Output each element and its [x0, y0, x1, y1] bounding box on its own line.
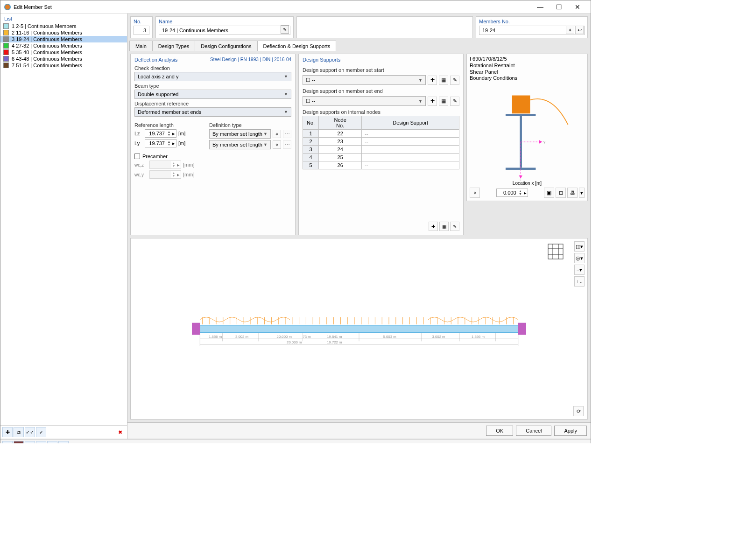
- tab-design-configurations[interactable]: Design Configurations: [195, 41, 257, 51]
- tab-design-types[interactable]: Design Types: [152, 41, 195, 51]
- beam-type-dropdown[interactable]: Double-supported▼: [134, 90, 291, 99]
- minimize-button[interactable]: —: [531, 0, 550, 14]
- member-set-list[interactable]: 1 2-5 | Continuous Members2 11-16 | Cont…: [0, 23, 127, 425]
- list-item[interactable]: 2 11-16 | Continuous Members: [0, 29, 127, 36]
- xsec-view2-icon[interactable]: ⊞: [556, 188, 566, 198]
- support-start-new-icon[interactable]: ✚: [428, 76, 437, 85]
- displacement-ref-dropdown[interactable]: Deformed member set ends▼: [134, 107, 291, 117]
- table-row[interactable]: 324--: [303, 146, 459, 154]
- list-item[interactable]: 1 2-5 | Continuous Members: [0, 23, 127, 29]
- wcy-input: ▲▼▸: [149, 170, 181, 179]
- svg-text:19.722 m: 19.722 m: [327, 341, 342, 345]
- render-view[interactable]: ◫▾ ◎▾ ≡▾ ⟂▾: [130, 238, 588, 420]
- status-fx-icon[interactable]: f꜀: [58, 441, 69, 443]
- support-start-lib-icon[interactable]: ▦: [439, 76, 448, 85]
- list-item[interactable]: 7 51-54 | Continuous Members: [0, 62, 127, 69]
- render-reset-icon[interactable]: ⟳: [573, 406, 584, 416]
- tbl-new-icon[interactable]: ✚: [429, 222, 438, 231]
- xsec-view1-icon[interactable]: ▣: [544, 188, 554, 198]
- svg-rect-0: [512, 95, 530, 113]
- xsec-more-icon[interactable]: ▾: [579, 188, 585, 198]
- reverse-icon[interactable]: ↩: [575, 26, 584, 34]
- cross-section-view: y z: [470, 82, 585, 181]
- new-icon[interactable]: ✚: [2, 427, 13, 437]
- precamber-checkbox[interactable]: Precamber: [134, 154, 291, 159]
- svg-rect-63: [518, 323, 526, 335]
- rview-2-icon[interactable]: ◎▾: [574, 253, 585, 263]
- pick-z-icon[interactable]: ⌖: [273, 130, 281, 138]
- rview-3-icon[interactable]: ≡▾: [574, 265, 585, 275]
- pick-y-icon[interactable]: ⌖: [273, 140, 281, 149]
- table-row[interactable]: 425--: [303, 154, 459, 161]
- support-start-edit-icon[interactable]: ✎: [450, 76, 459, 85]
- check-icon[interactable]: ✓: [36, 427, 46, 437]
- beam-render: 1.856 m 3.002 m 20.000 m 73 m 19.841 m 5…: [131, 238, 587, 419]
- svg-text:1.856 m: 1.856 m: [472, 335, 485, 339]
- support-end-new-icon[interactable]: ✚: [428, 97, 437, 106]
- table-row[interactable]: 526--: [303, 161, 459, 169]
- xsec-print-icon[interactable]: 🖶: [567, 188, 578, 198]
- loc-x-input[interactable]: ▲▼▸: [496, 189, 528, 197]
- apply-button[interactable]: Apply: [554, 426, 587, 436]
- name-input[interactable]: [159, 26, 290, 35]
- support-start-dropdown[interactable]: ☐ --▼: [303, 75, 426, 85]
- svg-text:y: y: [543, 140, 546, 144]
- svg-marker-8: [539, 140, 542, 143]
- rview-4-icon[interactable]: ⟂▾: [574, 276, 585, 287]
- list-item[interactable]: 5 35-40 | Continuous Members: [0, 49, 127, 56]
- wcz-input: ▲▼▸: [149, 161, 181, 169]
- support-end-dropdown[interactable]: ☐ --▼: [303, 96, 426, 106]
- status-sigma-icon[interactable]: σ: [47, 441, 57, 443]
- design-code: Steel Design | EN 1993 | DIN | 2016-04: [210, 57, 291, 63]
- no-field: No.: [130, 16, 153, 38]
- status-sec-icon[interactable]: ◫: [36, 441, 46, 443]
- svg-text:19.841 m: 19.841 m: [327, 335, 342, 339]
- cancel-button[interactable]: Cancel: [516, 426, 551, 436]
- svg-text:3.002 m: 3.002 m: [235, 335, 248, 339]
- table-row[interactable]: 223--: [303, 138, 459, 146]
- tab-deflection-design-supports[interactable]: Deflection & Design Supports: [257, 41, 337, 51]
- list-item[interactable]: 3 19-24 | Continuous Members: [0, 36, 127, 42]
- rview-1-icon[interactable]: ◫▾: [574, 241, 585, 252]
- name-field: Name ✎: [155, 16, 294, 38]
- ok-button[interactable]: OK: [486, 426, 513, 436]
- ly-input[interactable]: ▲▼▸: [145, 139, 176, 147]
- check-all-icon[interactable]: ✓✓: [25, 427, 35, 437]
- table-row[interactable]: 122--: [303, 130, 459, 138]
- tab-strip: MainDesign TypesDesign ConfigurationsDef…: [127, 41, 591, 51]
- delete-icon[interactable]: ✖: [115, 427, 125, 437]
- list-item[interactable]: 6 43-48 | Continuous Members: [0, 56, 127, 62]
- xsec-pick-icon[interactable]: ⌖: [470, 188, 480, 198]
- check-direction-dropdown[interactable]: Local axis z and y▼: [134, 72, 291, 81]
- no-input[interactable]: [134, 26, 149, 35]
- support-end-edit-icon[interactable]: ✎: [450, 97, 459, 106]
- tbl-lib-icon[interactable]: ▦: [439, 222, 449, 231]
- maximize-button[interactable]: ☐: [550, 0, 568, 14]
- pick-members-icon[interactable]: ⌖: [566, 26, 574, 34]
- svg-text:73 m: 73 m: [303, 335, 311, 339]
- svg-rect-62: [192, 323, 200, 335]
- lz-input[interactable]: ▲▼▸: [145, 129, 176, 138]
- tbl-edit-icon[interactable]: ✎: [450, 222, 459, 231]
- svg-text:20.000 m: 20.000 m: [287, 341, 302, 345]
- more-y-icon: ⋯: [283, 140, 291, 149]
- status-val-icon[interactable]: 0.00: [2, 441, 13, 443]
- list-header: List: [0, 14, 127, 23]
- status-axis-icon[interactable]: ⇱: [25, 441, 35, 443]
- window-title: Edit Member Set: [14, 4, 52, 10]
- def-type-z-dropdown[interactable]: By member set length▼: [209, 129, 271, 139]
- support-end-lib-icon[interactable]: ▦: [439, 97, 448, 106]
- xsec-info: I 690/170/8/12/5Rotational RestraintShea…: [470, 56, 585, 82]
- tab-main[interactable]: Main: [129, 41, 153, 51]
- members-field: Members No. ⌖ ↩: [476, 16, 588, 38]
- svg-rect-61: [198, 325, 520, 332]
- edit-name-icon[interactable]: ✎: [281, 25, 289, 34]
- supports-header: Design Supports: [303, 57, 340, 63]
- status-color-icon[interactable]: [14, 441, 24, 443]
- internal-supports-table[interactable]: No.Node No.Design Support 122--223--324-…: [303, 116, 459, 169]
- copy-icon[interactable]: ⧉: [14, 427, 24, 437]
- list-item[interactable]: 4 27-32 | Continuous Members: [0, 42, 127, 49]
- svg-text:20.000 m: 20.000 m: [277, 335, 292, 339]
- close-button[interactable]: ✕: [568, 0, 587, 14]
- def-type-y-dropdown[interactable]: By member set length▼: [209, 140, 271, 149]
